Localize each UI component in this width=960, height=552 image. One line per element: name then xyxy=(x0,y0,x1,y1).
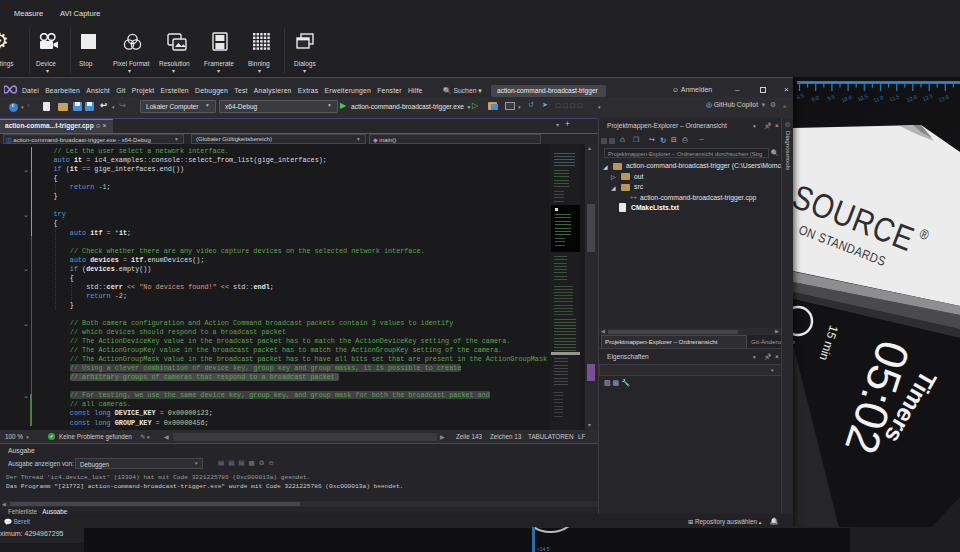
svg-text:11.0: 11.0 xyxy=(873,94,885,103)
svg-text:13.0: 13.0 xyxy=(938,94,950,103)
svg-text:10.5: 10.5 xyxy=(857,93,869,102)
svg-text:9.0: 9.0 xyxy=(810,94,819,102)
svg-text:8.5: 8.5 xyxy=(797,92,805,100)
svg-text:9.5: 9.5 xyxy=(826,93,835,101)
svg-text:10.0: 10.0 xyxy=(841,94,853,103)
svg-text:12.0: 12.0 xyxy=(906,94,918,103)
svg-text:11.5: 11.5 xyxy=(889,93,901,102)
svg-text:12.5: 12.5 xyxy=(922,93,934,102)
